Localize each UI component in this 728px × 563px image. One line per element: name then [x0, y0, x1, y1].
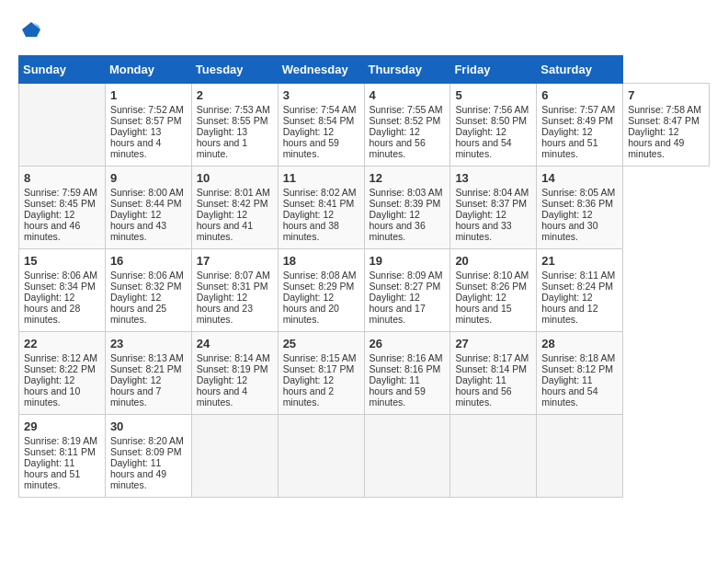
calendar-cell	[191, 415, 278, 498]
day-number: 27	[455, 337, 531, 350]
sunset-text: Sunset: 8:09 PM	[110, 446, 182, 457]
calendar-cell: 25Sunrise: 8:15 AMSunset: 8:17 PMDayligh…	[278, 332, 364, 415]
sunrise-text: Sunrise: 8:16 AM	[370, 352, 443, 363]
daylight-text: Daylight: 12 hours and 2 minutes.	[283, 374, 334, 408]
sunset-text: Sunset: 8:11 PM	[24, 446, 96, 457]
day-number: 16	[110, 254, 187, 268]
day-number: 19	[370, 254, 446, 268]
calendar-cell: 12Sunrise: 8:03 AMSunset: 8:39 PMDayligh…	[364, 167, 450, 249]
calendar-cell: 6Sunrise: 7:57 AMSunset: 8:49 PMDaylight…	[537, 84, 623, 167]
calendar-cell: 16Sunrise: 8:06 AMSunset: 8:32 PMDayligh…	[105, 249, 191, 332]
day-number: 13	[455, 171, 531, 185]
sunrise-text: Sunrise: 8:19 AM	[24, 435, 97, 446]
sunset-text: Sunset: 8:19 PM	[197, 363, 268, 374]
daylight-text: Daylight: 12 hours and 38 minutes.	[283, 209, 339, 242]
calendar-cell: 10Sunrise: 8:01 AMSunset: 8:42 PMDayligh…	[191, 167, 278, 249]
daylight-text: Daylight: 12 hours and 33 minutes.	[455, 209, 511, 242]
sunset-text: Sunset: 8:52 PM	[370, 115, 441, 126]
sunrise-text: Sunrise: 8:08 AM	[283, 270, 357, 281]
sunset-text: Sunset: 8:31 PM	[197, 281, 268, 292]
sunset-text: Sunset: 8:45 PM	[24, 198, 96, 209]
day-number: 22	[24, 337, 100, 350]
calendar-cell	[537, 415, 623, 498]
sunrise-text: Sunrise: 8:06 AM	[24, 270, 97, 281]
sunrise-text: Sunrise: 8:05 AM	[541, 187, 615, 198]
sunset-text: Sunset: 8:27 PM	[370, 281, 441, 292]
sunrise-text: Sunrise: 8:12 AM	[24, 352, 97, 363]
sunrise-text: Sunrise: 8:02 AM	[283, 187, 357, 198]
day-number: 3	[283, 88, 359, 102]
calendar-cell: 7Sunrise: 7:58 AMSunset: 8:47 PMDaylight…	[623, 84, 710, 167]
calendar-cell: 9Sunrise: 8:00 AMSunset: 8:44 PMDaylight…	[105, 167, 191, 249]
day-number: 11	[283, 171, 359, 185]
daylight-text: Daylight: 11 hours and 49 minutes.	[110, 457, 166, 490]
column-header-sunday: Sunday	[19, 56, 106, 84]
column-header-wednesday: Wednesday	[278, 56, 364, 84]
day-number: 5	[455, 88, 531, 102]
daylight-text: Daylight: 12 hours and 36 minutes.	[370, 209, 426, 242]
daylight-text: Daylight: 11 hours and 56 minutes.	[455, 374, 511, 408]
day-number: 2	[197, 88, 273, 102]
sunrise-text: Sunrise: 7:59 AM	[24, 187, 97, 198]
calendar-cell: 23Sunrise: 8:13 AMSunset: 8:21 PMDayligh…	[105, 332, 191, 415]
sunrise-text: Sunrise: 8:14 AM	[197, 352, 270, 363]
sunrise-text: Sunrise: 8:17 AM	[455, 352, 529, 363]
calendar-cell: 4Sunrise: 7:55 AMSunset: 8:52 PMDaylight…	[364, 84, 450, 167]
day-number: 24	[197, 337, 273, 350]
calendar-table: SundayMondayTuesdayWednesdayThursdayFrid…	[18, 55, 710, 498]
day-number: 9	[110, 171, 187, 185]
sunrise-text: Sunrise: 8:01 AM	[197, 187, 270, 198]
day-number: 30	[110, 419, 187, 433]
sunset-text: Sunset: 8:29 PM	[283, 281, 355, 292]
header	[18, 18, 710, 40]
daylight-text: Daylight: 12 hours and 51 minutes.	[541, 126, 597, 159]
day-number: 7	[628, 88, 704, 102]
sunset-text: Sunset: 8:41 PM	[283, 198, 355, 209]
calendar-cell: 13Sunrise: 8:04 AMSunset: 8:37 PMDayligh…	[450, 167, 537, 249]
calendar-cell: 1Sunrise: 7:52 AMSunset: 8:57 PMDaylight…	[105, 84, 191, 167]
day-number: 10	[197, 171, 273, 185]
calendar-cell: 8Sunrise: 7:59 AMSunset: 8:45 PMDaylight…	[19, 167, 106, 249]
calendar-cell: 30Sunrise: 8:20 AMSunset: 8:09 PMDayligh…	[105, 415, 191, 498]
sunset-text: Sunset: 8:37 PM	[455, 198, 527, 209]
sunrise-text: Sunrise: 7:58 AM	[628, 104, 701, 115]
day-number: 14	[541, 171, 618, 185]
calendar-cell	[19, 84, 106, 167]
daylight-text: Daylight: 12 hours and 28 minutes.	[24, 292, 80, 325]
daylight-text: Daylight: 12 hours and 15 minutes.	[455, 292, 511, 325]
daylight-text: Daylight: 12 hours and 17 minutes.	[370, 292, 426, 325]
daylight-text: Daylight: 12 hours and 20 minutes.	[283, 292, 339, 325]
daylight-text: Daylight: 12 hours and 4 minutes.	[197, 374, 247, 408]
daylight-text: Daylight: 12 hours and 59 minutes.	[283, 126, 339, 159]
sunset-text: Sunset: 8:47 PM	[628, 115, 700, 126]
day-number: 1	[110, 88, 187, 102]
sunset-text: Sunset: 8:17 PM	[283, 363, 355, 374]
sunset-text: Sunset: 8:34 PM	[24, 281, 96, 292]
calendar-cell	[450, 415, 537, 498]
sunrise-text: Sunrise: 8:13 AM	[110, 352, 184, 363]
sunset-text: Sunset: 8:22 PM	[24, 363, 96, 374]
sunrise-text: Sunrise: 8:07 AM	[197, 270, 270, 281]
sunrise-text: Sunrise: 7:54 AM	[283, 104, 357, 115]
day-number: 17	[197, 254, 273, 268]
daylight-text: Daylight: 11 hours and 59 minutes.	[370, 374, 426, 408]
logo-icon	[20, 18, 42, 40]
daylight-text: Daylight: 12 hours and 10 minutes.	[24, 374, 80, 408]
day-number: 21	[541, 254, 618, 268]
sunset-text: Sunset: 8:57 PM	[110, 115, 182, 126]
daylight-text: Daylight: 12 hours and 43 minutes.	[110, 209, 166, 242]
daylight-text: Daylight: 12 hours and 54 minutes.	[455, 126, 511, 159]
sunset-text: Sunset: 8:21 PM	[110, 363, 182, 374]
day-number: 28	[541, 337, 618, 350]
daylight-text: Daylight: 12 hours and 46 minutes.	[24, 209, 80, 242]
day-number: 15	[24, 254, 100, 268]
calendar-cell	[278, 415, 364, 498]
sunrise-text: Sunrise: 8:09 AM	[370, 270, 443, 281]
calendar-cell: 24Sunrise: 8:14 AMSunset: 8:19 PMDayligh…	[191, 332, 278, 415]
calendar-cell	[364, 415, 450, 498]
daylight-text: Daylight: 11 hours and 54 minutes.	[541, 374, 597, 408]
calendar-cell: 28Sunrise: 8:18 AMSunset: 8:12 PMDayligh…	[537, 332, 623, 415]
sunrise-text: Sunrise: 7:55 AM	[370, 104, 443, 115]
column-header-tuesday: Tuesday	[191, 56, 278, 84]
daylight-text: Daylight: 12 hours and 25 minutes.	[110, 292, 166, 325]
